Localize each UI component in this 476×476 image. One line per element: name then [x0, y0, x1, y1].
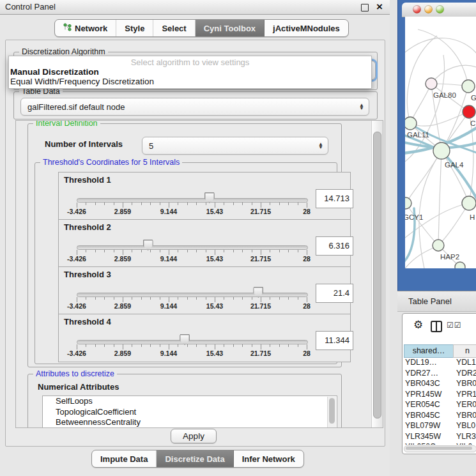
node-label: GCY1: [405, 213, 423, 221]
algorithm-dropdown-popup: Select algorithm to view settings Manual…: [8, 56, 372, 89]
threshold-value-field[interactable]: 21.4: [316, 284, 353, 303]
threshold-value-field[interactable]: 14.713: [316, 189, 353, 208]
close-icon[interactable]: ×: [376, 0, 383, 14]
cell-name[interactable]: YBR0: [456, 378, 476, 389]
cell-shared-name[interactable]: YER054C: [405, 399, 440, 410]
apply-button[interactable]: Apply: [171, 429, 217, 443]
network-canvas[interactable]: GAL80GACGAL11GAL4GCY1HHAP2: [405, 17, 476, 268]
number-of-intervals-label: Number of Intervals: [45, 139, 123, 149]
network-node[interactable]: [455, 262, 465, 268]
cell-shared-name[interactable]: YBR043C: [405, 378, 440, 389]
attribute-item[interactable]: BetweennessCentrality: [43, 417, 337, 428]
tab-impute-data[interactable]: Impute Data: [92, 450, 157, 467]
table-horizontal-scrollbar[interactable]: [404, 445, 476, 452]
cell-name[interactable]: YDL1: [456, 357, 476, 368]
tab-label: Style: [125, 24, 144, 33]
cell-shared-name[interactable]: YPR145W: [405, 389, 441, 400]
zoom-window-button[interactable]: [436, 5, 444, 13]
numerical-attributes-list[interactable]: SelfLoopsTopologicalCoefficientBetweenne…: [42, 395, 337, 428]
cell-shared-name[interactable]: YLR345W: [405, 431, 441, 442]
slider-track[interactable]: [77, 245, 308, 250]
gear-icon[interactable]: ⚙: [413, 318, 423, 332]
network-node-gal4[interactable]: [433, 142, 450, 159]
threshold-slider[interactable]: -3.4262.8599.14415.4321.71528: [77, 267, 307, 314]
settings-vertical-scrollbar[interactable]: [371, 121, 383, 427]
columns-icon[interactable]: [431, 321, 442, 332]
table-row[interactable]: YLR345WYLR3: [404, 431, 476, 442]
table-row[interactable]: YDR27…YDR2: [404, 368, 476, 379]
network-node-gal80[interactable]: [426, 78, 437, 89]
attribute-item[interactable]: SelfLoops: [43, 396, 337, 407]
algorithm-item-manual-discretization[interactable]: Manual Discretization: [10, 67, 99, 77]
attributes-list-scrollbar[interactable]: [327, 397, 336, 428]
cell-name[interactable]: YBR0: [456, 410, 476, 421]
cell-name[interactable]: YBL0: [456, 420, 475, 431]
table-row[interactable]: YDL19…YDL1: [404, 357, 476, 368]
tick-label: 15.43: [206, 255, 223, 263]
threshold-row: Threshold 4 -3.4262.8599.14415.4321.7152…: [58, 314, 351, 362]
cell-name[interactable]: YIL0: [456, 441, 472, 445]
table-row[interactable]: YBR045CYBR0: [404, 410, 476, 421]
threshold-slider[interactable]: -3.4262.8599.14415.4321.71528: [77, 314, 307, 362]
tab-network[interactable]: Network: [55, 20, 116, 36]
cell-name[interactable]: YLR3: [456, 431, 476, 442]
network-node-c[interactable]: [463, 105, 475, 118]
network-node-ga[interactable]: [462, 80, 475, 93]
cell-shared-name[interactable]: YBL079W: [405, 420, 440, 431]
tick-label: -3.426: [67, 255, 86, 263]
network-node-hap2[interactable]: [433, 240, 444, 251]
slider-track[interactable]: [77, 340, 308, 344]
table-data-combobox[interactable]: galFiltered.sif default node ▲▼: [20, 98, 369, 116]
number-of-intervals-combobox[interactable]: 5 ▲▼: [142, 137, 328, 155]
tab-jactivemnodules[interactable]: jActiveMNodules: [265, 20, 348, 36]
table-row[interactable]: YPR145WYPR1: [404, 389, 476, 400]
table-row[interactable]: YER054CYER0: [404, 399, 476, 410]
number-of-intervals-value: 5: [149, 141, 153, 151]
cell-shared-name[interactable]: YBR045C: [405, 410, 440, 421]
slider-ticks: [77, 344, 307, 349]
tick-label: 21.715: [250, 302, 271, 310]
control-panel-titlebar: Control Panel ×: [0, 0, 390, 15]
threshold-slider[interactable]: -3.4262.8599.14415.4321.71528: [77, 173, 307, 220]
tab-infer-network[interactable]: Infer Network: [234, 450, 303, 467]
tab-discretize-data[interactable]: Discretize Data: [157, 450, 233, 467]
threshold-value-field[interactable]: 11.344: [316, 331, 353, 350]
float-window-icon[interactable]: [361, 4, 369, 12]
scrollbar-thumb[interactable]: [373, 132, 381, 418]
tab-style[interactable]: Style: [116, 20, 153, 36]
slider-track[interactable]: [77, 293, 308, 297]
column-header-shared-name[interactable]: shared…: [404, 344, 454, 358]
algorithm-placeholder-item[interactable]: Select algorithm to view settings: [9, 58, 371, 67]
network-view-window: GAL80GACGAL11GAL4GCY1HHAP2: [397, 0, 476, 291]
table-row[interactable]: YIL052CYIL0: [404, 441, 476, 445]
cell-shared-name[interactable]: YIL052C: [405, 441, 436, 445]
cell-name[interactable]: YDR2: [456, 368, 476, 379]
scrollbar-thumb[interactable]: [406, 447, 472, 450]
network-graph: GAL80GACGAL11GAL4GCY1HHAP2: [405, 17, 476, 268]
table-row[interactable]: YBL079WYBL0: [404, 420, 476, 431]
table-header-row: shared… n: [403, 344, 476, 357]
network-node-gal11[interactable]: [405, 117, 417, 130]
tab-select[interactable]: Select: [153, 20, 195, 36]
close-window-button[interactable]: [413, 5, 421, 13]
table-data-group: Table Data galFiltered.sif default node …: [13, 91, 378, 119]
tick-label: 9.144: [160, 255, 177, 263]
table-data-value: galFiltered.sif default node: [27, 102, 125, 112]
slider-track[interactable]: [77, 198, 308, 203]
network-node-h[interactable]: [462, 196, 476, 210]
right-panel: GAL80GACGAL11GAL4GCY1HHAP2 Table Panel ⚙…: [390, 0, 476, 476]
network-node-gcy1[interactable]: [405, 197, 411, 209]
table-row[interactable]: YBR043CYBR0: [404, 378, 476, 389]
algorithm-item-equal-width-frequency[interactable]: Equal Width/Frequency Discretization: [10, 77, 154, 86]
cell-name[interactable]: YER0: [456, 399, 476, 410]
tab-cyni-toolbox[interactable]: Cyni Toolbox: [196, 20, 265, 36]
cell-shared-name[interactable]: YDR27…: [405, 368, 438, 379]
threshold-value-field[interactable]: 6.316: [316, 236, 353, 256]
cell-shared-name[interactable]: YDL19…: [405, 357, 437, 368]
cell-name[interactable]: YPR1: [456, 389, 476, 400]
select-columns-checkboxes-icon[interactable]: ☑☑: [447, 321, 462, 330]
minimize-window-button[interactable]: [424, 5, 433, 13]
threshold-slider[interactable]: -3.4262.8599.14415.4321.71528: [77, 220, 307, 267]
column-header-name[interactable]: n: [453, 344, 476, 358]
attribute-item[interactable]: TopologicalCoefficient: [43, 407, 337, 418]
